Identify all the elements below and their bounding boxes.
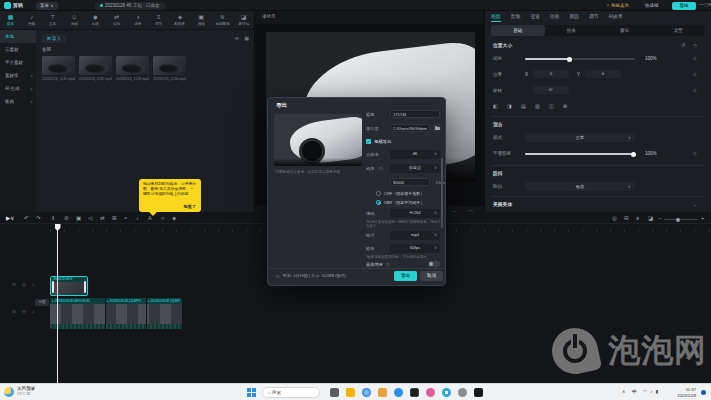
playhead-line[interactable] [57,224,58,392]
dialog-scrollbar[interactable] [441,158,443,228]
export-confirm-button[interactable]: 导出 [394,271,417,281]
minimize-button[interactable]: — [699,2,704,7]
capcut-app-icon[interactable] [410,388,419,397]
tab-adjust-props[interactable]: 调节 [589,13,599,22]
photos-app-icon[interactable] [378,388,387,397]
track-lock-icon[interactable]: ⊙ [12,282,16,287]
undo-icon[interactable]: ↶ [24,214,29,222]
taskbar-clock[interactable]: 11:37 2023/1/28 [668,387,696,398]
trim-handle-right[interactable] [84,281,86,293]
sort-icon[interactable]: ≔ [234,35,239,41]
section-stabilize[interactable]: 防抖 [493,170,503,176]
media-app-icon[interactable] [426,388,435,397]
import-button[interactable]: ⊞ 导入 [42,34,66,43]
keyframe-icon[interactable]: ◇ [693,72,696,77]
tab-smart-edit[interactable]: ≋智能剪辑 [212,11,233,29]
codec-dropdown[interactable]: H.264∨ [390,209,440,218]
menu-button[interactable]: 菜单 ∨ [36,2,58,10]
network-volume-battery-icons[interactable]: ◠ ♪ ▮ [643,389,659,394]
adjust-tool-icon[interactable]: ◈ [172,214,176,222]
dev-app-icon[interactable] [474,388,483,397]
media-thumbnail[interactable] [79,56,112,75]
freeze-frame-icon[interactable]: ▣ [76,214,81,222]
mail-app-icon[interactable] [394,388,403,397]
tab-audio-props[interactable]: 音频 [511,13,521,22]
tab-audio[interactable]: ♪音频 [21,11,42,29]
tab-material-pack[interactable]: ◪素材包 [233,11,254,29]
export-button-top[interactable]: 导出 [672,2,696,10]
sticker-tool-icon[interactable]: ☺ [160,214,166,222]
resolution-dropdown[interactable]: 4K∨ [390,150,440,159]
tray-expand-icon[interactable]: ∧ [622,389,625,394]
track-hide-icon[interactable]: ◎ [22,309,26,314]
subtab-cutout[interactable]: 抠像 [545,25,599,36]
redo-icon[interactable]: ↷ [36,214,41,222]
cancel-button[interactable]: 取消 [420,271,443,281]
rotate-90-icon[interactable]: ▤ [521,103,526,109]
video-export-checkbox[interactable]: ✓ [366,139,371,144]
subtab-mask[interactable]: 蒙版 [598,25,652,36]
grid-icon[interactable]: ⊞ [563,103,567,109]
bitrate-value-input[interactable] [390,178,430,186]
speed-icon[interactable]: ≈ [124,214,127,222]
pos-x-field[interactable]: 0 [533,70,569,78]
section-transform[interactable]: 位置大小 [493,42,512,48]
weather-widget[interactable]: 大风预警 13°C 晴 [4,386,35,397]
track-lock-icon[interactable]: ⊙ [12,309,16,314]
tab-ai-effects-props[interactable]: AI效果 [609,13,623,22]
keyframe-icon[interactable]: ◇ [693,56,696,61]
magnet-icon[interactable]: ⊟ [624,214,629,222]
track-hide-icon[interactable]: ◎ [22,282,26,287]
tab-speed[interactable]: 变速 [530,13,540,22]
filter-all-label[interactable]: 全部 [42,47,51,52]
fps-dropdown[interactable]: 60fps∨ [390,244,440,253]
subtab-basic[interactable]: 基础 [491,25,545,36]
edge-browser-icon[interactable] [362,388,371,397]
blend-mode-dropdown[interactable]: 正常∨ [525,133,635,142]
rail-item-cloud[interactable]: 云素材 [0,43,36,56]
rail-item-library[interactable]: 素材库∨ [0,69,36,82]
link-icon[interactable]: ≡ [636,214,639,222]
bitrate-mode-dropdown[interactable]: 自定义∨ [390,164,440,173]
timeline-zoom-knob[interactable] [676,218,680,222]
rail-item-favorites[interactable]: 收藏∨ [0,95,36,108]
preview-axis-icon[interactable]: ◎ [612,214,617,222]
smart-beautify-button[interactable]: ✧ 智能美化 [606,3,629,8]
tab-animation[interactable]: 动画 [550,13,560,22]
reverse-icon[interactable]: ◁ [88,214,92,222]
zoom-out-icon[interactable]: − [658,214,661,222]
notification-badge[interactable] [701,390,706,395]
input-language-indicator[interactable]: 中 [632,389,637,394]
align-icon[interactable]: ◫ [549,103,554,109]
tab-sticker[interactable]: ☺贴纸 [64,11,85,29]
section-beauty[interactable]: 美颜美体 [493,201,512,207]
tab-media[interactable]: ▦媒体 [0,11,21,29]
enhance-toggle[interactable] [428,261,440,267]
chevron-down-icon[interactable]: ⌄ [693,201,697,207]
zoom-in-icon[interactable]: + [701,214,704,222]
rail-item-platform[interactable]: 平台素材 [0,56,36,69]
taskbar-search[interactable]: ○ 搜索 [262,387,320,398]
crop-tool-icon[interactable]: ⊞ [112,214,117,222]
media-thumbnail[interactable] [116,56,149,75]
split-icon[interactable]: ‖ [52,214,54,222]
tab-tracking[interactable]: 跟踪 [569,13,579,22]
mirror-icon[interactable]: ⇄ [100,214,105,222]
section-blend[interactable]: 混合 [493,121,503,127]
tab-adjust[interactable]: ≡调节 [148,11,169,29]
rotate-field[interactable]: 0° [533,86,569,94]
keyframe-icon[interactable]: ◇ [693,88,696,93]
reset-icon[interactable]: ↺ [681,42,685,48]
export-path-input[interactable] [390,124,430,132]
tab-transition[interactable]: ⇄转场 [106,11,127,29]
flip-horizontal-icon[interactable]: ◧ [493,103,498,109]
tab-effects[interactable]: ◆特效 [85,11,106,29]
delete-icon[interactable]: ⊘ [64,214,69,222]
folder-icon[interactable] [433,124,441,132]
track-mute-icon[interactable]: ♪ [32,282,34,287]
crop-icon[interactable]: ▥ [535,103,540,109]
rail-item-ai-generate[interactable]: AI 生成∨ [0,82,36,95]
tab-filter[interactable]: ◑滤镜 [127,11,148,29]
start-button[interactable] [247,388,256,397]
task-view-icon[interactable] [330,388,339,397]
